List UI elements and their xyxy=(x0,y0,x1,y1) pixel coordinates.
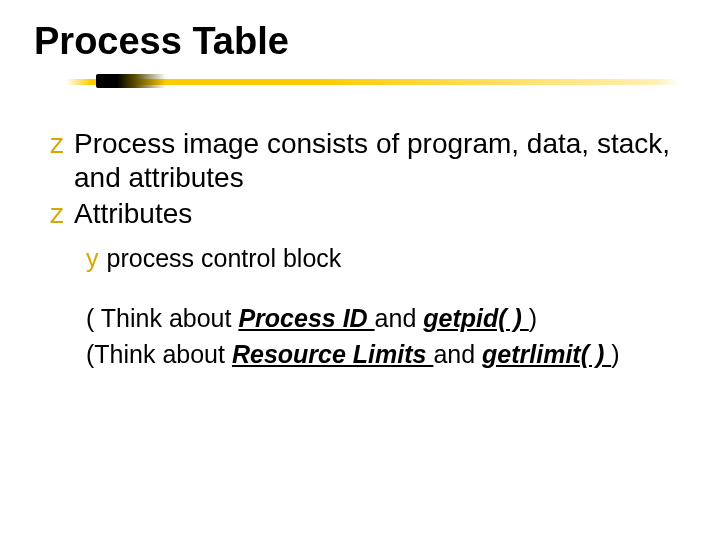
sub-bullet-text: process control block xyxy=(107,243,342,273)
sub-bullet-group: y process control block xyxy=(50,243,690,273)
emphasis-term: getpid( ) xyxy=(423,304,529,332)
note-line-2: (Think about Resource Limits and getrlim… xyxy=(50,337,690,371)
slide-content: z Process image consists of program, dat… xyxy=(30,127,690,371)
note-text: ( Think about xyxy=(86,304,238,332)
emphasis-term: Resource Limits xyxy=(232,340,433,368)
z-bullet-icon: z xyxy=(50,127,64,161)
sub-bullet-item: y process control block xyxy=(86,243,690,273)
note-text: (Think about xyxy=(86,340,232,368)
note-text: ) xyxy=(611,340,619,368)
bullet-item: z Process image consists of program, dat… xyxy=(50,127,690,195)
note-text: ) xyxy=(529,304,537,332)
emphasis-term: Process ID xyxy=(238,304,374,332)
bullet-item: z Attributes xyxy=(50,197,690,231)
y-bullet-icon: y xyxy=(86,243,99,273)
title-divider xyxy=(30,69,680,99)
z-bullet-icon: z xyxy=(50,197,64,231)
bullet-text: Process image consists of program, data,… xyxy=(74,127,690,195)
note-text: and xyxy=(375,304,424,332)
note-text: and xyxy=(433,340,482,368)
emphasis-term: getrlimit( ) xyxy=(482,340,611,368)
note-line-1: ( Think about Process ID and getpid( ) ) xyxy=(50,301,690,335)
bullet-text: Attributes xyxy=(74,197,192,231)
slide-title: Process Table xyxy=(30,20,690,63)
